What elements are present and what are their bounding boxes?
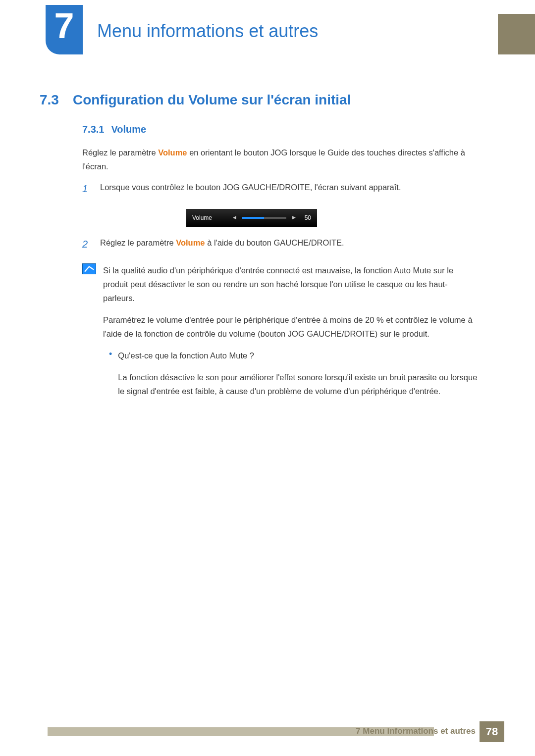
bullet-text: Qu'est-ce que la fonction Auto Mute ? La… bbox=[118, 349, 479, 406]
section-heading: 7.3 Configuration du Volume sur l'écran … bbox=[40, 92, 351, 108]
body-content: Réglez le paramètre Volume en orientant … bbox=[82, 146, 479, 406]
subsection-number: 7.3.1 bbox=[82, 124, 104, 135]
intro-paragraph: Réglez le paramètre Volume en orientant … bbox=[82, 146, 479, 173]
step2-post: à l'aide du bouton GAUCHE/DROITE. bbox=[205, 238, 344, 247]
footer: 7 Menu informations et autres 78 bbox=[0, 721, 535, 742]
step-2: 2 Réglez le paramètre Volume à l'aide du… bbox=[82, 236, 479, 252]
note-p1: Si la qualité audio d'un périphérique d'… bbox=[103, 263, 479, 305]
chapter-badge: 7 bbox=[46, 5, 83, 54]
page-number: 78 bbox=[480, 721, 504, 742]
note-p2: Paramétrez le volume d'entrée pour le pé… bbox=[103, 313, 479, 341]
note-text: Si la qualité audio d'un périphérique d'… bbox=[103, 263, 479, 406]
step-number: 1 bbox=[82, 180, 92, 197]
osd-fill bbox=[242, 217, 264, 219]
note-bullet: • Qu'est-ce que la fonction Auto Mute ? … bbox=[109, 349, 479, 406]
step2-pre: Réglez le paramètre bbox=[100, 238, 176, 247]
intro-keyword: Volume bbox=[158, 148, 187, 157]
triangle-left-icon: ◀ bbox=[233, 214, 236, 221]
bullet-dot-icon: • bbox=[109, 349, 112, 406]
subsection-title: Volume bbox=[111, 124, 146, 135]
bullet-answer: La fonction désactive le son pour amélio… bbox=[118, 370, 479, 398]
step-1: 1 Lorsque vous contrôlez le bouton JOG G… bbox=[82, 180, 479, 197]
osd-value: 50 bbox=[305, 213, 311, 223]
footer-label: 7 Menu informations et autres bbox=[356, 726, 476, 736]
osd-bar: Volume ◀ ▶ 50 bbox=[186, 209, 317, 227]
chapter-number: 7 bbox=[54, 8, 74, 44]
page: 7 Menu informations et autres 7.3 Config… bbox=[0, 0, 535, 756]
step2-keyword: Volume bbox=[176, 238, 205, 247]
bullet-question: Qu'est-ce que la fonction Auto Mute ? bbox=[118, 349, 479, 362]
note-block: Si la qualité audio d'un périphérique d'… bbox=[82, 263, 479, 406]
step-text: Lorsque vous contrôlez le bouton JOG GAU… bbox=[100, 180, 479, 197]
subsection-heading: 7.3.1 Volume bbox=[82, 124, 146, 135]
chapter-title: Menu informations et autres bbox=[97, 21, 318, 42]
section-title: Configuration du Volume sur l'écran init… bbox=[73, 92, 351, 108]
osd-figure: Volume ◀ ▶ 50 bbox=[82, 209, 479, 227]
osd-label: Volume bbox=[192, 213, 212, 223]
intro-pre: Réglez le paramètre bbox=[82, 148, 158, 157]
note-icon bbox=[82, 263, 96, 274]
osd-track bbox=[242, 217, 286, 219]
step-text: Réglez le paramètre Volume à l'aide du b… bbox=[100, 236, 479, 252]
triangle-right-icon: ▶ bbox=[292, 214, 296, 221]
section-number: 7.3 bbox=[40, 92, 59, 108]
step-number: 2 bbox=[82, 236, 92, 252]
